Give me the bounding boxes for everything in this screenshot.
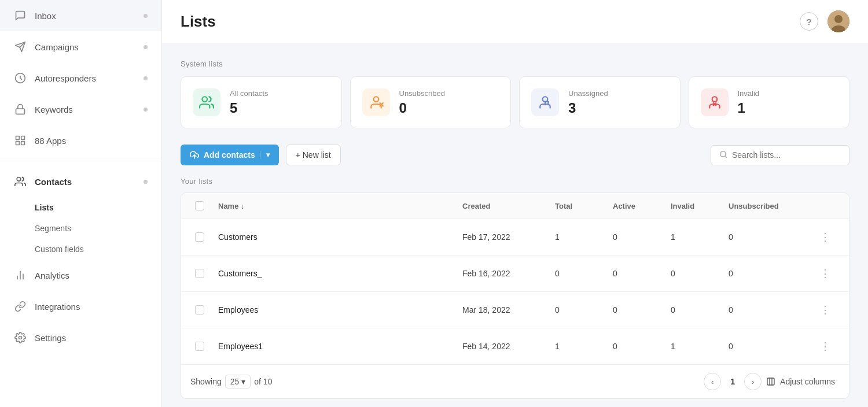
- row-1-name[interactable]: Customers: [214, 223, 458, 251]
- th-active[interactable]: Active: [608, 193, 666, 219]
- row-checkbox-4: [190, 332, 214, 360]
- row-1-checkbox[interactable]: [195, 232, 204, 242]
- prev-page-button[interactable]: ‹: [704, 373, 721, 390]
- row-4-invalid: 1: [666, 332, 724, 360]
- search-box: [711, 145, 849, 165]
- invalid-card[interactable]: Invalid 1: [689, 76, 850, 128]
- avatar[interactable]: [827, 10, 849, 32]
- sidebar-sub-item-custom-fields[interactable]: Custom fields: [0, 239, 161, 260]
- th-invalid[interactable]: Invalid: [666, 193, 724, 219]
- sidebar-sub-item-segments[interactable]: Segments: [0, 218, 161, 239]
- all-contacts-value: 5: [230, 100, 268, 116]
- inbox-dot: [144, 14, 148, 18]
- row-3-unsubscribed: 0: [724, 296, 811, 324]
- analytics-icon: [14, 269, 27, 282]
- sidebar-item-campaigns[interactable]: Campaigns: [0, 31, 161, 62]
- invalid-label: Invalid: [738, 89, 760, 98]
- showing-text: Showing 25 ▾ of 10: [190, 375, 272, 388]
- all-contacts-info: All contacts 5: [230, 89, 268, 116]
- row-2-more-button[interactable]: ⋮: [815, 265, 835, 282]
- row-4-name[interactable]: Employees1: [214, 332, 458, 360]
- new-list-button[interactable]: + New list: [286, 145, 341, 165]
- sidebar-label-analytics: Analytics: [35, 271, 69, 280]
- apps-icon: [14, 134, 27, 147]
- adjust-columns-label: Adjust columns: [780, 377, 835, 386]
- table-row: Employees Mar 18, 2022 0 0 0 0 ⋮: [181, 292, 849, 328]
- row-3-more-button[interactable]: ⋮: [815, 301, 835, 319]
- row-4-checkbox[interactable]: [195, 342, 204, 351]
- system-cards: All contacts 5 Unsubscribed 0: [181, 76, 849, 128]
- row-2-checkbox[interactable]: [195, 269, 204, 278]
- sidebar-item-autoresponders[interactable]: Autoresponders: [0, 62, 161, 94]
- row-2-unsubscribed: 0: [724, 260, 811, 287]
- row-2-name[interactable]: Customers_: [214, 260, 458, 287]
- help-button[interactable]: ?: [800, 12, 818, 31]
- all-contacts-icon: [193, 88, 220, 116]
- pagination: ‹ 1 ›: [704, 373, 762, 390]
- unsubscribed-icon: [362, 88, 390, 116]
- inbox-icon: [14, 9, 27, 22]
- lists-table: Name ↓ Created Total Active Invalid Unsu…: [181, 193, 849, 399]
- unassigned-icon: [531, 88, 559, 116]
- row-3-total: 0: [550, 296, 608, 324]
- unassigned-label: Unassigned: [568, 89, 608, 98]
- next-page-button[interactable]: ›: [744, 373, 762, 390]
- table-row: Customers_ Feb 16, 2022 0 0 0 0 ⋮: [181, 256, 849, 292]
- sidebar-sub-item-lists[interactable]: Lists: [0, 197, 161, 218]
- unassigned-info: Unassigned 3: [568, 89, 608, 116]
- row-1-unsubscribed: 0: [724, 223, 811, 251]
- of-label: of 10: [254, 377, 272, 386]
- row-4-more-button[interactable]: ⋮: [815, 338, 835, 355]
- unassigned-card[interactable]: Unassigned 3: [519, 76, 681, 128]
- search-input[interactable]: [732, 150, 841, 160]
- sidebar-item-keywords[interactable]: Keywords: [0, 94, 161, 125]
- row-3-created: Mar 18, 2022: [458, 296, 550, 324]
- sidebar-item-integrations[interactable]: Integrations: [0, 291, 161, 322]
- invalid-value: 1: [738, 100, 760, 116]
- sidebar-item-contacts[interactable]: Contacts: [0, 166, 161, 197]
- select-all-checkbox[interactable]: [195, 201, 204, 210]
- autoresponders-dot: [144, 76, 148, 80]
- per-page-chevron: ▾: [241, 377, 245, 386]
- add-contacts-button[interactable]: Add contacts ▾: [181, 145, 279, 165]
- th-unsubscribed[interactable]: Unsubscribed: [724, 193, 811, 219]
- keywords-dot: [144, 108, 148, 112]
- row-2-total: 0: [550, 260, 608, 287]
- system-lists-label: System lists: [181, 60, 849, 68]
- contacts-icon: [14, 175, 27, 188]
- new-list-label: + New list: [296, 150, 331, 160]
- unsubscribed-card[interactable]: Unsubscribed 0: [350, 76, 512, 128]
- row-1-more-button[interactable]: ⋮: [815, 228, 835, 246]
- svg-point-18: [543, 97, 548, 102]
- svg-point-15: [373, 97, 378, 102]
- adjust-columns-button[interactable]: Adjust columns: [762, 375, 840, 388]
- sidebar-item-inbox[interactable]: Inbox: [0, 0, 161, 31]
- svg-rect-28: [767, 378, 774, 385]
- autoresponders-icon: [14, 72, 27, 84]
- add-contacts-label: Add contacts: [204, 150, 255, 160]
- columns-icon: [766, 377, 775, 386]
- all-contacts-card[interactable]: All contacts 5: [181, 76, 342, 128]
- sidebar-item-settings[interactable]: Settings: [0, 322, 161, 353]
- th-created[interactable]: Created: [458, 193, 550, 219]
- integrations-icon: [14, 300, 27, 313]
- sidebar-label-apps: 88 Apps: [35, 136, 66, 146]
- table-row: Employees1 Feb 14, 2022 1 0 1 0 ⋮: [181, 328, 849, 365]
- row-1-total: 1: [550, 223, 608, 251]
- sidebar-item-analytics[interactable]: Analytics: [0, 260, 161, 291]
- settings-icon: [14, 331, 27, 344]
- segments-label: Segments: [35, 224, 71, 233]
- row-3-checkbox[interactable]: [195, 305, 204, 314]
- sidebar-item-apps[interactable]: 88 Apps: [0, 125, 161, 156]
- row-3-name[interactable]: Employees: [214, 296, 458, 324]
- custom-fields-label: Custom fields: [35, 245, 84, 254]
- sidebar-label-settings: Settings: [35, 333, 66, 343]
- row-1-active: 0: [608, 223, 666, 251]
- th-total[interactable]: Total: [550, 193, 608, 219]
- svg-point-14: [202, 97, 207, 102]
- row-checkbox-1: [190, 223, 214, 251]
- add-contacts-chevron[interactable]: ▾: [260, 151, 270, 159]
- per-page-select[interactable]: 25 ▾: [225, 375, 251, 388]
- page-title: Lists: [181, 13, 216, 31]
- th-name[interactable]: Name ↓: [214, 193, 458, 219]
